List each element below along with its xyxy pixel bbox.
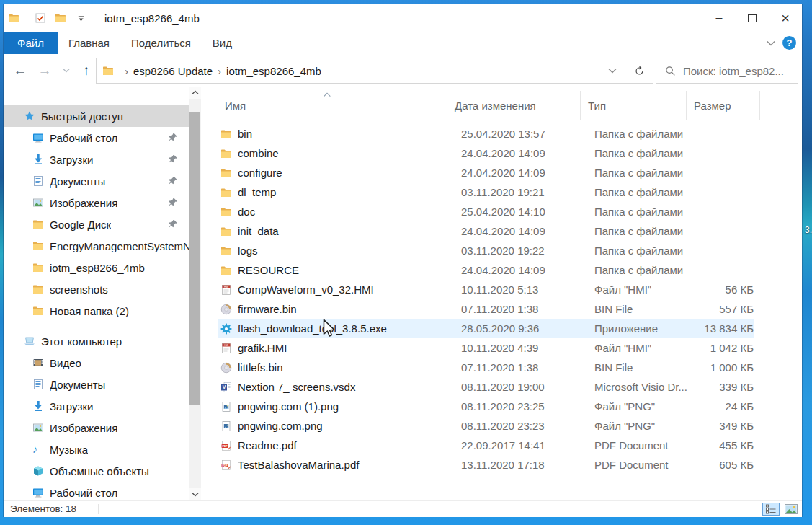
- close-button[interactable]: ×: [769, 4, 802, 32]
- file-rows: bin25.04.2020 13:57Папка с файламиcombin…: [218, 124, 754, 475]
- scroll-down-button[interactable]: [189, 488, 201, 500]
- file-name: flash_download_tool_3.8.5.exe: [238, 322, 387, 335]
- help-button[interactable]: ?: [782, 36, 796, 50]
- sidebar-section-quick-access[interactable]: Быстрый доступ: [4, 105, 189, 127]
- documents-icon: [32, 175, 44, 187]
- sidebar-item-energy-management[interactable]: EnergyManagementSystemN: [4, 235, 189, 257]
- file-name-cell: RESOURCE: [218, 264, 454, 276]
- app-folder-icon: [7, 12, 20, 25]
- file-row[interactable]: combine24.04.2020 14:09Папка с файлами: [218, 144, 754, 163]
- scroll-up-button[interactable]: [189, 87, 201, 99]
- file-row[interactable]: pngwing.com (1).png08.11.2020 23:25Файл …: [218, 397, 754, 416]
- file-row[interactable]: HMICompWaveform_v0_32.HMI10.11.2020 5:13…: [218, 280, 754, 299]
- desktop-icon-label-fragment: 3.: [805, 225, 812, 235]
- pdf-icon: PDF: [220, 459, 232, 471]
- folder-icon: [220, 148, 232, 159]
- file-row[interactable]: pngwing.com.png08.11.2020 23:23Файл "PNG…: [218, 416, 754, 436]
- breadcrumb-item[interactable]: esp8266 Update: [133, 65, 213, 77]
- file-row[interactable]: doc25.04.2020 14:10Папка с файлами: [218, 202, 754, 221]
- file-date: 24.04.2020 14:09: [454, 167, 587, 179]
- tab-share[interactable]: Поделиться: [120, 32, 202, 54]
- file-date: 28.05.2020 9:36: [454, 322, 587, 335]
- file-size: 56 КБ: [693, 283, 754, 296]
- qat-properties-check-icon[interactable]: [34, 12, 47, 25]
- sidebar-item-objects-3d[interactable]: Объемные объекты: [4, 460, 189, 482]
- up-button[interactable]: ↑: [76, 54, 97, 87]
- breadcrumb-item[interactable]: iotm_esp8266_4mb: [226, 65, 321, 77]
- refresh-button[interactable]: [625, 58, 653, 83]
- sidebar-item-documents-pc[interactable]: Документы: [4, 374, 189, 395]
- file-row[interactable]: logs03.11.2020 19:22Папка с файлами: [218, 241, 754, 260]
- svg-text:V: V: [223, 384, 226, 389]
- column-header-date[interactable]: Дата изменения: [447, 91, 580, 120]
- qat-new-folder-icon[interactable]: [54, 12, 67, 25]
- maximize-button[interactable]: [736, 4, 769, 32]
- sidebar-item-iotm-esp8266-4mb[interactable]: iotm_esp8266_4mb: [4, 257, 189, 278]
- sidebar-section-label: Этот компьютер: [41, 335, 122, 348]
- file-row[interactable]: PDFReadme.pdf22.09.2017 14:41PDF Documen…: [218, 436, 754, 455]
- tab-home[interactable]: Главная: [58, 32, 120, 54]
- tab-view[interactable]: Вид: [202, 32, 243, 54]
- sidebar-item-google-disk[interactable]: Google Диск: [4, 213, 189, 235]
- file-row[interactable]: RESOURCE24.04.2020 14:09Папка с файлами: [218, 260, 754, 280]
- ribbon-expand-chevron-icon[interactable]: [767, 40, 775, 46]
- address-dropdown-button[interactable]: [600, 58, 625, 83]
- sidebar-scrollbar[interactable]: [189, 87, 201, 500]
- file-type: Папка с файлами: [587, 128, 693, 140]
- sidebar-item-label: Новая папка (2): [50, 305, 129, 317]
- back-button[interactable]: ←: [9, 54, 31, 87]
- file-name-cell: littlefs.bin: [218, 361, 454, 374]
- sidebar-section-this-pc[interactable]: Этот компьютер: [4, 330, 189, 352]
- address-bar[interactable]: ›esp8266 Update›iotm_esp8266_4mb: [96, 58, 653, 84]
- sidebar-item-screenshots[interactable]: screenshots: [4, 278, 189, 300]
- minimize-button[interactable]: –: [702, 4, 736, 32]
- file-row[interactable]: HMIgrafik.HMI10.11.2020 4:39Файл "HMI"1 …: [218, 338, 754, 358]
- column-header-size[interactable]: Размер: [686, 91, 760, 120]
- sidebar-item-desktop[interactable]: Рабочий стол: [4, 127, 189, 149]
- file-type: Папка с файлами: [587, 225, 693, 237]
- file-row[interactable]: VNextion 7_ screens.vsdx08.11.2020 19:00…: [218, 377, 754, 397]
- file-row[interactable]: init_data24.04.2020 14:09Папка с файлами: [218, 221, 754, 241]
- folder-icon: [32, 262, 44, 273]
- column-header-type[interactable]: Тип: [580, 91, 686, 120]
- thumbnails-view-button[interactable]: [782, 503, 800, 516]
- disc-icon: [220, 362, 232, 374]
- title-bar: iotm_esp8266_4mb – ×: [4, 4, 802, 32]
- navigation-pane: Быстрый доступРабочий столЗагрузкиДокуме…: [4, 87, 189, 500]
- qat-customize-icon[interactable]: [74, 12, 87, 25]
- tab-file[interactable]: Файл: [4, 32, 58, 54]
- folder-icon: [220, 187, 232, 198]
- sidebar-item-label: Изображения: [50, 422, 117, 434]
- file-row[interactable]: flash_download_tool_3.8.5.exe28.05.2020 …: [218, 319, 754, 338]
- sidebar-item-pictures-pc[interactable]: Изображения: [4, 417, 189, 438]
- file-row[interactable]: dl_temp03.11.2020 19:21Папка с файлами: [218, 182, 754, 202]
- sidebar-item-downloads-pc[interactable]: Загрузки: [4, 395, 189, 417]
- sidebar-item-music[interactable]: ♪Музыка: [4, 438, 189, 460]
- pin-icon: [168, 154, 179, 164]
- file-row[interactable]: firmware.bin07.11.2020 1:38BIN File557 К…: [218, 299, 754, 319]
- sidebar-item-pictures[interactable]: Изображения: [4, 192, 189, 213]
- file-name-cell: bin: [218, 128, 454, 140]
- file-size: 349 КБ: [693, 420, 754, 432]
- file-list-pane: ИмяДата измененияТипРазмер bin25.04.2020…: [209, 91, 796, 500]
- sidebar-item-downloads[interactable]: Загрузки: [4, 149, 189, 170]
- svg-text:PDF: PDF: [222, 464, 228, 467]
- forward-button[interactable]: →: [34, 54, 55, 87]
- sidebar-item-documents[interactable]: Документы: [4, 170, 189, 192]
- file-name: combine: [238, 147, 279, 159]
- file-row[interactable]: bin25.04.2020 13:57Папка с файлами: [218, 124, 754, 144]
- column-header-name[interactable]: Имя: [209, 91, 447, 120]
- sidebar-item-desktop-pc[interactable]: Рабочий стол: [4, 482, 189, 500]
- recent-locations-chevron-icon[interactable]: [58, 54, 74, 87]
- file-name: firmware.bin: [238, 303, 297, 315]
- sidebar-item-new-folder-2[interactable]: Новая папка (2): [4, 300, 189, 322]
- file-row[interactable]: PDFTestBalashovaMarina.pdf13.11.2020 17:…: [218, 455, 754, 475]
- file-name: logs: [238, 244, 258, 257]
- details-view-button[interactable]: [762, 503, 780, 516]
- file-row[interactable]: configure24.04.2020 14:09Папка с файлами: [218, 163, 754, 182]
- sidebar-item-label: Изображения: [50, 197, 117, 209]
- search-input[interactable]: [682, 64, 798, 78]
- sidebar-item-videos[interactable]: Видео: [4, 352, 189, 374]
- file-row[interactable]: littlefs.bin07.11.2020 1:38BIN File1 000…: [218, 358, 754, 377]
- scroll-thumb[interactable]: [189, 112, 200, 405]
